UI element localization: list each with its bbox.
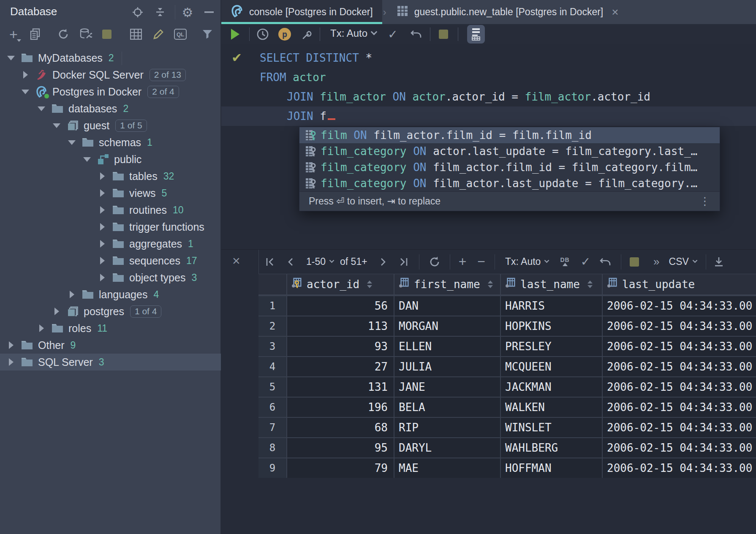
chevron-right-icon[interactable] — [20, 71, 30, 79]
suggestion-film-category-3[interactable]: film_category ON film_actor.last_update … — [299, 175, 720, 191]
history-icon[interactable] — [254, 26, 271, 43]
cell-last-name[interactable]: HOFFMAN — [500, 458, 602, 478]
stop-icon[interactable] — [98, 26, 115, 43]
cell-actor-id[interactable]: 79 — [286, 458, 394, 478]
close-icon[interactable]: × — [612, 5, 618, 19]
cell-actor-id[interactable]: 196 — [286, 397, 394, 417]
chevron-right-icon[interactable] — [97, 206, 107, 214]
cell-last-name[interactable]: HARRIS — [500, 295, 602, 316]
chevron-right-icon[interactable] — [36, 324, 46, 332]
tree-item-routines[interactable]: routines 10 — [0, 202, 221, 218]
cell-actor-id[interactable]: 68 — [286, 417, 394, 437]
cell-last-name[interactable]: PRESLEY — [500, 336, 602, 356]
chevron-right-icon[interactable] — [52, 308, 62, 315]
chevron-right-icon[interactable] — [97, 172, 107, 180]
cell-last-update[interactable]: 2006-02-15 04:34:33.00 — [602, 417, 756, 437]
column-header-actor-id[interactable]: actor_id — [286, 274, 394, 294]
kebab-menu-icon[interactable]: ⋮ — [699, 195, 710, 208]
tree-item-aggregates[interactable]: aggregates 1 — [0, 235, 221, 252]
chevron-down-icon[interactable] — [6, 56, 16, 60]
rollback-icon[interactable] — [408, 26, 425, 43]
session-icon[interactable]: p — [276, 26, 293, 43]
last-page-icon[interactable] — [399, 257, 408, 267]
cell-actor-id[interactable]: 95 — [286, 437, 394, 458]
tree-item-sequences[interactable]: sequences 17 — [0, 252, 221, 269]
cell-actor-id[interactable]: 27 — [286, 356, 394, 376]
tree-item-trigger-functions[interactable]: trigger functions — [0, 218, 221, 235]
tree-item-sql-server[interactable]: SQL Server 3 — [0, 354, 221, 371]
tree-item-databases[interactable]: databases 2 — [0, 100, 221, 117]
cell-actor-id[interactable]: 56 — [286, 295, 394, 316]
table-row[interactable]: 5 131 JANE JACKMAN 2006-02-15 04:34:33.0… — [258, 376, 756, 397]
cell-last-update[interactable]: 2006-02-15 04:34:33.00 — [602, 376, 756, 397]
table-row[interactable]: 3 93 ELLEN PRESLEY 2006-02-15 04:34:33.0… — [258, 336, 756, 356]
hide-panel-icon[interactable] — [202, 5, 216, 19]
next-page-icon[interactable] — [380, 257, 387, 267]
chevron-right-icon[interactable] — [97, 189, 107, 197]
cell-last-update[interactable]: 2006-02-15 04:34:33.00 — [602, 336, 756, 356]
prev-page-icon[interactable] — [287, 257, 294, 267]
table-row[interactable]: 4 27 JULIA MCQUEEN 2006-02-15 04:34:33.0… — [258, 356, 756, 376]
cell-first-name[interactable]: JANE — [394, 376, 500, 397]
table-row[interactable]: 1 56 DAN HARRIS 2006-02-15 04:34:33.00 — [258, 295, 756, 316]
tree-item-postgres-in-docker[interactable]: Postgres in Docker 2 of 4 — [0, 83, 221, 100]
first-page-icon[interactable] — [266, 257, 275, 267]
commit-icon[interactable]: ✓ — [581, 255, 590, 269]
edit-icon[interactable] — [150, 26, 167, 43]
cell-last-update[interactable]: 2006-02-15 04:34:33.00 — [602, 295, 756, 316]
tree-item-roles[interactable]: roles 11 — [0, 320, 221, 337]
tab-console[interactable]: console [Postgres in Docker] — [221, 0, 382, 24]
cell-last-name[interactable]: HOPKINS — [500, 316, 602, 336]
column-header-last-update[interactable]: last_update — [602, 274, 756, 294]
tree-item-views[interactable]: views 5 — [0, 185, 221, 202]
cell-first-name[interactable]: JULIA — [394, 356, 500, 376]
row-number[interactable]: 8 — [258, 437, 286, 458]
row-number[interactable]: 7 — [258, 417, 286, 437]
chevron-right-icon[interactable] — [6, 358, 16, 366]
commit-icon[interactable]: ✓ — [384, 26, 401, 43]
row-number[interactable]: 5 — [258, 376, 286, 397]
cell-last-name[interactable]: WINSLET — [500, 417, 602, 437]
more-options-icon[interactable]: » — [653, 255, 659, 268]
cell-last-update[interactable]: 2006-02-15 04:34:33.00 — [602, 458, 756, 478]
page-range-dropdown[interactable]: 1-50 — [306, 256, 334, 267]
row-number[interactable]: 6 — [258, 397, 286, 417]
sort-icon[interactable] — [587, 281, 593, 288]
reload-icon[interactable] — [429, 256, 441, 268]
results-tx-dropdown[interactable]: Tx: Auto — [505, 256, 549, 267]
chevron-down-icon[interactable] — [36, 106, 46, 111]
table-row[interactable]: 6 196 BELA WALKEN 2006-02-15 04:34:33.00 — [258, 397, 756, 417]
cell-last-update[interactable]: 2006-02-15 04:34:33.00 — [602, 437, 756, 458]
wrench-icon[interactable] — [299, 26, 316, 43]
cell-first-name[interactable]: ELLEN — [394, 336, 500, 356]
row-number[interactable]: 1 — [258, 295, 286, 316]
tree-item-object-types[interactable]: object types 3 — [0, 269, 221, 286]
tree-item-mydatabases[interactable]: MyDatabases 2 — [0, 49, 221, 66]
chevron-right-icon[interactable] — [97, 223, 107, 231]
tx-mode-dropdown[interactable]: Tx: Auto — [330, 27, 376, 39]
datasource-properties-icon[interactable] — [77, 26, 94, 43]
cell-last-name[interactable]: WAHLBERG — [500, 437, 602, 458]
duplicate-icon[interactable] — [27, 26, 44, 43]
row-number[interactable]: 2 — [258, 316, 286, 336]
collapse-all-icon[interactable] — [153, 5, 167, 19]
row-number[interactable]: 9 — [258, 458, 286, 478]
refresh-icon[interactable] — [55, 26, 72, 43]
cell-actor-id[interactable]: 93 — [286, 336, 394, 356]
tree-item-other[interactable]: Other 9 — [0, 337, 221, 354]
tree-item-postgres-db[interactable]: postgres 1 of 4 — [0, 303, 221, 320]
cell-last-update[interactable]: 2006-02-15 04:34:33.00 — [602, 397, 756, 417]
tree-item-public[interactable]: public — [0, 151, 221, 168]
export-format-dropdown[interactable]: CSV — [669, 256, 697, 267]
row-number[interactable]: 3 — [258, 336, 286, 356]
cell-actor-id[interactable]: 113 — [286, 316, 394, 336]
tree-item-schemas[interactable]: schemas 1 — [0, 134, 221, 151]
tree-item-guest[interactable]: guest 1 of 5 — [0, 117, 221, 134]
cell-first-name[interactable]: MAE — [394, 458, 500, 478]
chevron-down-icon[interactable] — [20, 90, 30, 94]
tree-item-languages[interactable]: languages 4 — [0, 286, 221, 303]
column-header-first-name[interactable]: first_name — [394, 274, 500, 294]
cell-last-name[interactable]: MCQUEEN — [500, 356, 602, 376]
table-row[interactable]: 2 113 MORGAN HOPKINS 2006-02-15 04:34:33… — [258, 316, 756, 336]
sort-icon[interactable] — [488, 281, 493, 288]
